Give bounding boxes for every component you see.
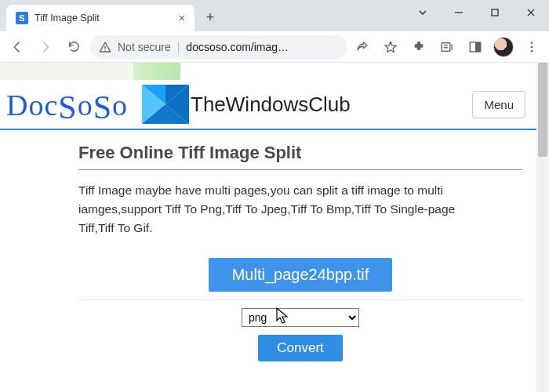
site-header: DocSoSo TheWindowsClub Menu [0,80,536,125]
twc-logo-icon [142,85,189,124]
svg-point-7 [531,42,533,44]
kebab-menu-icon[interactable] [519,34,544,60]
title-rule [78,169,522,170]
selected-file-chip[interactable]: Multi_page24bpp.tif [209,258,393,292]
url-text: docsoso.com/imag… [186,41,289,53]
ad-placeholder-strip [0,63,536,80]
browser-toolbar: Not secure | docsoso.com/imag… [0,31,549,63]
vertical-scrollbar[interactable] [536,63,549,392]
tab-favicon: S [16,12,28,24]
menu-button[interactable]: Menu [472,91,525,118]
svg-point-3 [104,49,105,50]
not-secure-icon [99,41,111,53]
output-format-select[interactable]: png [242,308,359,327]
twc-text: TheWindowsClub [191,94,351,114]
share-icon[interactable] [350,34,375,60]
maximize-button[interactable] [477,0,513,25]
svg-rect-6 [475,42,481,52]
chevron-down-icon[interactable] [405,0,441,25]
omnibox-divider: | [177,41,180,53]
svg-rect-4 [442,42,450,51]
tab-title: Tiff Image Split [35,13,173,24]
svg-point-9 [531,49,533,52]
bookmark-star-icon[interactable] [378,34,403,60]
extensions-icon[interactable] [406,34,431,60]
brand-logo-text[interactable]: DocSoSo [6,88,128,121]
window-controls [405,0,549,25]
page-viewport: DocSoSo TheWindowsClub Menu Free Online … [0,63,549,392]
page-content: DocSoSo TheWindowsClub Menu Free Online … [0,63,536,392]
svg-point-8 [531,45,533,48]
new-tab-button[interactable]: + [199,6,221,28]
reload-button[interactable] [61,34,86,60]
twc-watermark: TheWindowsClub [142,85,351,124]
tab-close-icon[interactable]: × [179,12,185,24]
svg-rect-1 [492,9,498,16]
convert-button[interactable]: Convert [258,335,343,361]
scrollbar-thumb[interactable] [538,63,547,157]
minimize-button[interactable] [441,0,477,25]
page-title: Free Online Tiff Image Split [78,143,522,163]
security-label: Not secure [118,41,171,53]
profile-avatar[interactable] [491,34,516,60]
description-text: Tiff Image maybe have multi pages,you ca… [78,181,522,238]
forward-button[interactable] [33,34,58,60]
back-button[interactable] [5,34,30,60]
header-rule [0,129,536,130]
selected-file-row: Multi_page24bpp.tif [78,253,522,300]
music-icon[interactable] [434,34,460,60]
address-bar[interactable]: Not secure | docsoso.com/imag… [89,35,347,59]
panel-icon[interactable] [463,34,488,60]
window-titlebar: S Tiff Image Split × + [0,0,549,31]
browser-tab[interactable]: S Tiff Image Split × [6,5,195,31]
close-window-button[interactable] [513,0,549,25]
